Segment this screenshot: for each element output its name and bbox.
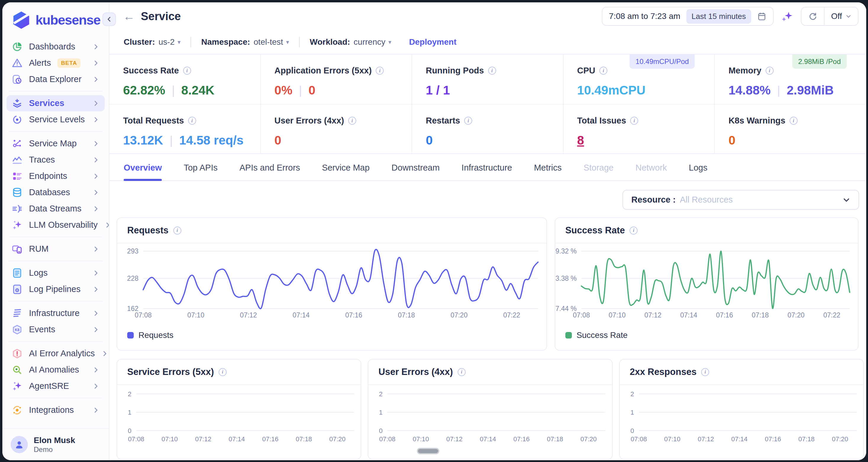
sidebar-item-ai-error-analytics[interactable]: AI Error Analytics — [6, 345, 105, 362]
svg-text:0: 0 — [128, 427, 131, 434]
info-icon[interactable]: i — [183, 67, 191, 75]
cluster-value[interactable]: us-2 — [159, 37, 175, 47]
info-icon[interactable]: i — [488, 67, 496, 75]
chevron-right-icon — [92, 140, 99, 147]
info-icon[interactable]: i — [599, 67, 607, 75]
sidebar-item-endpoints[interactable]: Endpoints — [6, 168, 105, 184]
info-icon[interactable]: i — [376, 67, 384, 75]
user-errors-chart[interactable]: 21007:0807:1007:1207:1407:1607:1807:20 — [368, 385, 612, 459]
metric-value: 0 — [309, 83, 315, 97]
metric-value: 62.82% — [123, 83, 165, 97]
chevron-right-icon — [104, 222, 109, 229]
info-icon[interactable]: i — [464, 117, 472, 125]
info-icon[interactable]: i — [701, 368, 709, 376]
resource-value: All Resources — [680, 195, 733, 205]
sidebar-item-service-map[interactable]: Service Map — [6, 135, 105, 152]
tab-logs[interactable]: Logs — [689, 163, 707, 180]
sidebar-item-agentsre[interactable]: AgentSRE — [6, 378, 105, 394]
rum-icon — [12, 244, 23, 254]
sidebar-item-infrastructure[interactable]: Infrastructure — [6, 305, 105, 321]
sidebar-item-logs[interactable]: Logs — [6, 265, 105, 281]
info-icon[interactable]: i — [188, 117, 196, 125]
tab-apis-and-errors[interactable]: APIs and Errors — [239, 163, 300, 180]
workload-caret-icon[interactable]: ▾ — [389, 38, 392, 46]
svg-text:63.38 %: 63.38 % — [555, 275, 577, 282]
tab-top-apis[interactable]: Top APIs — [184, 163, 217, 180]
tab-metrics[interactable]: Metrics — [534, 163, 561, 180]
svg-text:07:10: 07:10 — [187, 311, 205, 319]
svg-text:07:20: 07:20 — [787, 311, 805, 319]
sidebar-item-log-pipelines[interactable]: Log Pipelines — [6, 281, 105, 297]
sidebar-collapse-button[interactable] — [102, 12, 116, 26]
chart-legend: Success Rate — [555, 329, 858, 350]
sidebar-item-integrations[interactable]: Integrations — [6, 402, 105, 418]
ai-sparkles-icon[interactable] — [781, 10, 794, 23]
resource-select[interactable]: Resource : All Resources — [622, 190, 859, 210]
svg-text:07:14: 07:14 — [480, 435, 496, 443]
svg-text:69.32 %: 69.32 % — [555, 247, 577, 255]
calendar-icon[interactable] — [757, 11, 767, 21]
info-icon[interactable]: i — [348, 117, 356, 125]
chevron-right-icon — [101, 350, 108, 357]
info-icon[interactable]: i — [789, 117, 798, 125]
alerts-icon — [12, 58, 23, 68]
workload-kind-link[interactable]: Deployment — [409, 37, 457, 47]
chevron-right-icon — [92, 366, 99, 373]
time-range-picker[interactable]: 7:08 am to 7:23 am Last 15 minutes — [602, 7, 774, 26]
tab-overview[interactable]: Overview — [124, 163, 162, 180]
svg-text:07:16: 07:16 — [513, 435, 530, 443]
sidebar-item-services[interactable]: Services — [6, 95, 105, 111]
user-menu[interactable]: Elon Musk Demo — [2, 428, 109, 460]
legend-label: Requests — [138, 330, 173, 340]
tab-service-map[interactable]: Service Map — [322, 163, 370, 180]
sidebar-item-rum[interactable]: RUM — [6, 241, 105, 257]
back-button[interactable]: ← — [123, 10, 135, 22]
svg-text:K8: K8 — [15, 328, 20, 332]
refresh-icon[interactable] — [801, 7, 824, 25]
chevron-right-icon — [92, 269, 99, 277]
svg-text:07:10: 07:10 — [413, 435, 429, 443]
auto-refresh-select[interactable]: Off — [824, 7, 858, 25]
requests-chart[interactable]: 29322816207:0807:1007:1207:1407:1607:180… — [117, 243, 547, 329]
svg-text:2: 2 — [379, 390, 382, 398]
success-rate-chart[interactable]: 69.32 %63.38 %57.44 %07:0807:1007:1207:1… — [555, 243, 858, 329]
sidebar-item-data-explorer[interactable]: Data Explorer — [6, 71, 105, 87]
sidebar-item-service-levels[interactable]: Service Levels — [6, 111, 105, 128]
cluster-caret-icon[interactable]: ▾ — [178, 38, 181, 46]
logo[interactable]: kubesense — [2, 2, 109, 34]
workload-value[interactable]: currency — [353, 37, 385, 47]
info-icon[interactable]: i — [173, 227, 181, 235]
namespace-caret-icon[interactable]: ▾ — [286, 38, 289, 46]
svg-text:07:18: 07:18 — [398, 311, 415, 319]
responses-2xx-chart[interactable]: 21007:0807:1007:1207:1407:1607:1807:20 — [620, 385, 863, 459]
svg-text:07:14: 07:14 — [292, 311, 310, 319]
sidebar-item-alerts[interactable]: Alerts BETA — [6, 55, 105, 71]
tab-infrastructure[interactable]: Infrastructure — [462, 163, 512, 180]
chart-title: User Errors (4xx) — [378, 367, 453, 377]
metric-values: 8 — [577, 133, 714, 147]
metric-value[interactable]: 8 — [577, 133, 584, 147]
time-preset-chip[interactable]: Last 15 minutes — [686, 9, 751, 24]
horizontal-scrollbar-thumb[interactable] — [417, 448, 439, 454]
info-icon[interactable]: i — [629, 227, 638, 235]
metric-value: 0% — [275, 83, 292, 97]
chevron-right-icon — [92, 60, 99, 67]
sidebar-item-traces[interactable]: Traces — [6, 152, 105, 168]
sidebar-item-data-streams[interactable]: Data Streams — [6, 201, 105, 217]
agentsre-icon — [12, 381, 23, 392]
svg-text:2: 2 — [630, 390, 634, 398]
info-icon[interactable]: i — [766, 67, 774, 75]
info-icon[interactable]: i — [630, 117, 638, 125]
tab-downstream[interactable]: Downstream — [392, 163, 440, 180]
sidebar-item-events[interactable]: K8 Events — [6, 321, 105, 338]
svg-text:07:08: 07:08 — [128, 435, 144, 443]
info-icon[interactable]: i — [458, 368, 466, 376]
sidebar-item-ai-anomalies[interactable]: AI Anomalies — [6, 362, 105, 378]
endpoints-icon — [12, 171, 23, 181]
info-icon[interactable]: i — [219, 368, 227, 376]
service-errors-chart[interactable]: 21007:0807:1007:1207:1407:1607:1807:20 — [117, 385, 361, 459]
sidebar-item-dashboards[interactable]: Dashboards — [6, 38, 105, 55]
namespace-value[interactable]: otel-test — [253, 37, 283, 47]
sidebar-item-databases[interactable]: Databases — [6, 184, 105, 201]
sidebar-item-llm-observability[interactable]: LLM Observability — [6, 217, 105, 233]
